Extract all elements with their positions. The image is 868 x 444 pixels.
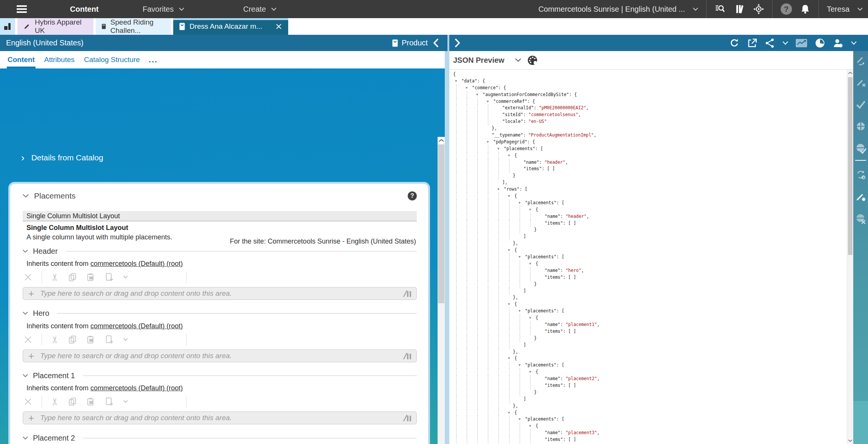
- copy-icon[interactable]: [68, 397, 77, 406]
- palette-icon[interactable]: [527, 55, 539, 65]
- published-check-globe-icon[interactable]: [855, 143, 866, 154]
- left-panel-scrollbar[interactable]: [438, 137, 445, 444]
- collapse-triangle-icon[interactable]: ▼: [497, 187, 504, 191]
- more-tabs-icon[interactable]: ...: [149, 55, 158, 65]
- edit-new-version-icon[interactable]: [856, 191, 866, 202]
- paste-icon[interactable]: [86, 273, 95, 282]
- inherits-link[interactable]: commercetools (Default) (root): [90, 260, 183, 267]
- collapse-triangle-icon[interactable]: ▼: [455, 79, 461, 83]
- tab-dress-ana-alcazar-active[interactable]: Dress Ana Alcazar m...: [173, 18, 288, 35]
- copy-icon[interactable]: [68, 335, 77, 344]
- inherits-link[interactable]: commercetools (Default) (root): [90, 322, 183, 330]
- collapse-left-panel-icon[interactable]: [433, 38, 439, 48]
- scrollbar-thumb[interactable]: [848, 77, 852, 255]
- media-preview-icon[interactable]: [795, 38, 807, 48]
- collapse-triangle-icon[interactable]: ▼: [519, 255, 525, 259]
- nav-create[interactable]: Create: [243, 0, 276, 18]
- search-icon[interactable]: [714, 4, 726, 14]
- publish-globe-icon[interactable]: [856, 121, 866, 132]
- collapse-triangle-icon[interactable]: ▼: [508, 194, 514, 198]
- chevron-down-icon[interactable]: [123, 400, 128, 403]
- chevron-down-icon[interactable]: [693, 8, 698, 11]
- chevron-down-icon[interactable]: [515, 58, 521, 62]
- nav-favorites[interactable]: Favorites: [143, 0, 184, 18]
- collapse-triangle-icon[interactable]: ▼: [508, 154, 514, 157]
- content-drop-area[interactable]: + Type here to search or drag and drop c…: [23, 287, 417, 300]
- chevron-down-icon[interactable]: [23, 250, 28, 253]
- chevron-down-icon[interactable]: [23, 374, 28, 377]
- paste-icon[interactable]: [86, 335, 95, 344]
- collapse-triangle-icon[interactable]: ▼: [519, 363, 525, 367]
- scroll-up-arrow[interactable]: [847, 70, 853, 76]
- notifications-bell-icon[interactable]: [800, 3, 811, 15]
- collapse-triangle-icon[interactable]: ▼: [487, 140, 493, 144]
- library-icon[interactable]: [734, 4, 745, 14]
- details-from-catalog-toggle[interactable]: › Details from Catalog: [21, 153, 103, 162]
- paste-icon[interactable]: [86, 397, 95, 406]
- collapse-triangle-icon[interactable]: ▼: [508, 302, 514, 306]
- collapse-triangle-icon[interactable]: ▼: [476, 93, 483, 96]
- open-in-new-icon[interactable]: [747, 38, 758, 48]
- component-library-icon[interactable]: [405, 415, 411, 421]
- paste-special-icon[interactable]: [104, 335, 114, 345]
- remove-icon[interactable]: [23, 335, 33, 344]
- collapse-triangle-icon[interactable]: ▼: [487, 99, 493, 103]
- sync-status-icon[interactable]: [856, 169, 866, 180]
- paste-special-icon[interactable]: [104, 397, 114, 407]
- inherits-link[interactable]: commercetools (Default) (root): [90, 384, 183, 392]
- tab-catalog-structure[interactable]: Catalog Structure: [83, 51, 141, 68]
- scrollbar-thumb[interactable]: [438, 144, 444, 303]
- approve-check-icon[interactable]: [855, 99, 866, 110]
- collapse-triangle-icon[interactable]: ▼: [529, 208, 536, 211]
- remove-icon[interactable]: [23, 397, 33, 406]
- discard-edit-icon[interactable]: [856, 77, 866, 88]
- chevron-down-icon[interactable]: [23, 312, 28, 315]
- collapse-triangle-icon[interactable]: ▼: [508, 356, 514, 360]
- remove-icon[interactable]: [23, 273, 33, 282]
- json-scrollbar[interactable]: [847, 70, 853, 444]
- edit-draft-icon[interactable]: [856, 55, 866, 66]
- collapse-triangle-icon[interactable]: ▼: [529, 262, 536, 265]
- cut-icon[interactable]: ✂: [51, 273, 59, 281]
- chevron-down-icon[interactable]: [851, 41, 857, 45]
- site-language-selector[interactable]: Commercetools Sunrise | English (United …: [538, 5, 685, 14]
- chevron-down-icon[interactable]: [123, 276, 128, 279]
- collapse-triangle-icon[interactable]: ▼: [529, 370, 536, 374]
- collapse-triangle-icon[interactable]: ▼: [519, 201, 525, 205]
- time-clock-icon[interactable]: [815, 38, 825, 48]
- component-library-icon[interactable]: [405, 290, 411, 297]
- copy-icon[interactable]: [68, 273, 77, 282]
- content-drop-area[interactable]: + Type here to search or drag and drop c…: [23, 411, 417, 424]
- chevron-down-icon[interactable]: [23, 436, 28, 440]
- tab-hybris-apparel[interactable]: Hybris Apparel UK: [17, 18, 93, 35]
- component-library-icon[interactable]: [405, 352, 411, 359]
- chevron-down-icon[interactable]: [23, 194, 29, 198]
- collapse-triangle-icon[interactable]: ▼: [508, 248, 514, 252]
- hamburger-menu-icon[interactable]: [17, 5, 27, 13]
- chevron-down-icon[interactable]: [783, 41, 788, 45]
- collapse-triangle-icon[interactable]: ▼: [519, 417, 525, 421]
- tab-content[interactable]: Content: [7, 51, 36, 68]
- help-icon[interactable]: ?: [408, 191, 417, 200]
- cut-icon[interactable]: ✂: [51, 335, 59, 343]
- collapse-triangle-icon[interactable]: ▼: [529, 424, 536, 428]
- user-settings-icon[interactable]: [832, 38, 844, 48]
- chevron-down-icon[interactable]: [123, 338, 128, 341]
- content-drop-area[interactable]: + Type here to search or drag and drop c…: [23, 349, 417, 362]
- share-icon[interactable]: [765, 38, 775, 48]
- collapse-triangle-icon[interactable]: ▼: [466, 86, 472, 90]
- nav-content[interactable]: Content: [70, 0, 99, 18]
- scroll-up-arrow[interactable]: [438, 137, 445, 144]
- paste-special-icon[interactable]: [104, 272, 114, 282]
- collapse-triangle-icon[interactable]: ▼: [529, 316, 536, 320]
- scroll-down-arrow[interactable]: [847, 437, 853, 444]
- tab-attributes[interactable]: Attributes: [43, 51, 75, 68]
- unpublish-globe-icon[interactable]: [855, 213, 866, 225]
- user-menu[interactable]: Teresa: [827, 5, 849, 14]
- collapse-triangle-icon[interactable]: ▼: [497, 147, 504, 151]
- collapse-triangle-icon[interactable]: ▼: [508, 411, 514, 415]
- tab-dashboard[interactable]: [0, 18, 15, 35]
- refresh-icon[interactable]: [729, 38, 740, 48]
- chevron-down-icon[interactable]: [857, 8, 863, 11]
- collapse-triangle-icon[interactable]: ▼: [519, 309, 525, 313]
